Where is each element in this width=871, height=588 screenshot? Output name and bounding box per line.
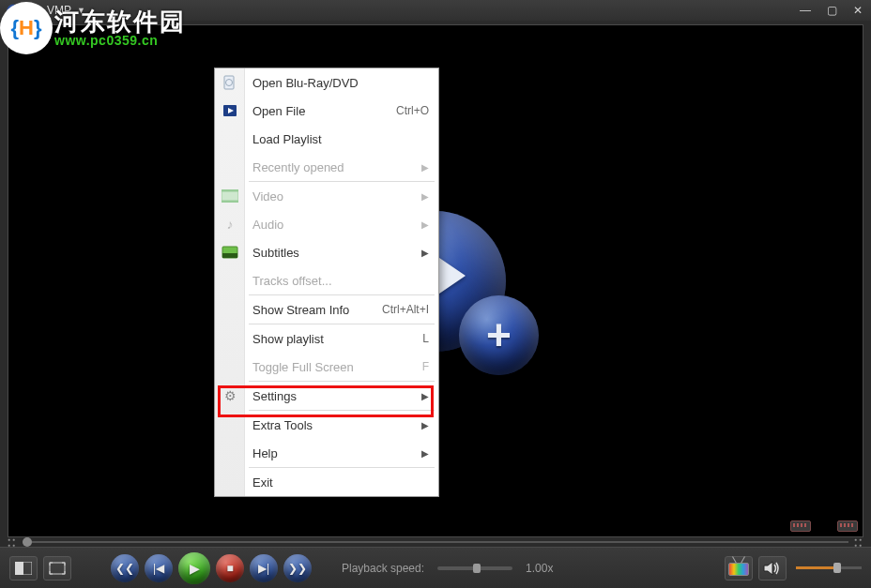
menu-tracks-offset: Tracks offset...	[215, 266, 438, 294]
menu-label: Audio	[252, 218, 283, 232]
controls-bar: ❮❮ |◀ ▶ ■ ▶| ❯❯ Playback speed: 1.00x	[0, 547, 871, 588]
seek-bar[interactable]: ●●●● ●●●●	[8, 537, 863, 547]
media-library-button[interactable]	[725, 556, 753, 580]
video-icon	[221, 187, 239, 205]
submenu-arrow-icon: ▶	[421, 162, 429, 173]
submenu-arrow-icon: ▶	[421, 191, 429, 202]
volume-button[interactable]	[758, 556, 787, 580]
stop-button[interactable]: ■	[216, 554, 244, 582]
fast-forward-button[interactable]: ❯❯	[283, 554, 312, 582]
svg-rect-10	[222, 201, 238, 203]
menu-label: Open File	[252, 104, 305, 118]
menu-label: Subtitles	[252, 246, 299, 260]
menu-label: Show playlist	[252, 332, 324, 346]
volume-knob[interactable]	[833, 563, 841, 573]
submenu-arrow-icon: ▶	[421, 391, 429, 401]
svg-rect-9	[222, 189, 238, 191]
menu-open-disc[interactable]: Open Blu-Ray/DVD	[215, 68, 438, 97]
menu-open-file[interactable]: Open File Ctrl+O	[215, 97, 438, 125]
submenu-arrow-icon: ▶	[421, 248, 429, 258]
play-button[interactable]: ▶	[178, 552, 210, 584]
seek-handle[interactable]	[23, 537, 32, 547]
minimize-button[interactable]: —	[792, 0, 818, 21]
next-button[interactable]: ▶|	[250, 554, 278, 582]
audio-icon: ♪	[221, 215, 239, 234]
menu-extra-tools[interactable]: Extra Tools ▶	[215, 411, 438, 439]
menu-recently-opened: Recently opened ▶	[215, 153, 438, 181]
playback-speed-value: 1.00x	[526, 562, 553, 575]
disc-icon	[221, 73, 239, 92]
menu-label: Tracks offset...	[252, 274, 332, 288]
menu-help[interactable]: Help ▶	[215, 439, 438, 467]
file-play-icon	[221, 101, 239, 120]
svg-rect-8	[222, 191, 238, 201]
menu-label: Load Playlist	[252, 132, 322, 146]
submenu-arrow-icon: ▶	[421, 420, 429, 430]
menu-shortcut: Ctrl+Alt+I	[382, 303, 429, 316]
close-button[interactable]: ✕	[845, 0, 871, 21]
keyboard-icon	[790, 520, 811, 532]
playback-speed-slider[interactable]	[437, 566, 512, 570]
menu-video: Video ▶	[215, 182, 438, 210]
menu-label: Settings	[252, 389, 297, 403]
menu-shortcut: L	[422, 332, 429, 345]
menu-label: Open Blu-Ray/DVD	[252, 76, 359, 90]
watermark-badge: {H}	[0, 2, 53, 54]
menu-label: Show Stream Info	[252, 303, 349, 317]
menu-load-playlist[interactable]: Load Playlist	[215, 125, 438, 153]
submenu-arrow-icon: ▶	[421, 448, 429, 459]
menu-label: Help	[252, 446, 278, 460]
fullscreen-button[interactable]	[43, 556, 71, 580]
rewind-button[interactable]: ❮❮	[111, 554, 139, 582]
menu-label: Video	[252, 189, 283, 204]
menu-audio: ♪ Audio ▶	[215, 210, 438, 238]
menu-show-playlist[interactable]: Show playlist L	[215, 324, 438, 353]
keyboard-icon	[837, 520, 858, 532]
watermark-text-url: www.pc0359.cn	[54, 34, 186, 47]
watermark-logo: {H} 河东软件园 www.pc0359.cn	[0, 2, 186, 54]
layout-button[interactable]	[9, 556, 38, 580]
svg-rect-15	[50, 563, 65, 574]
svg-rect-14	[15, 562, 23, 575]
keyboard-indicators	[790, 520, 858, 532]
menu-settings[interactable]: ⚙ Settings ▶	[215, 382, 438, 410]
volume-slider[interactable]	[796, 566, 862, 569]
menu-label: Extra Tools	[252, 418, 313, 432]
svg-marker-16	[764, 562, 772, 575]
prev-button[interactable]: |◀	[145, 554, 173, 582]
menu-shortcut: Ctrl+O	[396, 104, 429, 117]
watermark-text-cn: 河东软件园	[54, 9, 186, 34]
tv-icon	[728, 560, 749, 577]
add-icon: +	[459, 295, 539, 375]
menu-show-stream-info[interactable]: Show Stream Info Ctrl+Alt+I	[215, 295, 438, 324]
maximize-button[interactable]: ▢	[818, 0, 845, 21]
menu-toggle-fullscreen: Toggle Full Screen F	[215, 353, 438, 381]
menu-shortcut: F	[422, 360, 429, 373]
subtitles-icon	[221, 243, 239, 262]
menu-label: Exit	[252, 475, 273, 490]
volume-fill	[796, 566, 835, 569]
playback-speed-label: Playback speed:	[342, 562, 424, 575]
menu-label: Recently opened	[252, 160, 344, 174]
gear-icon: ⚙	[221, 386, 239, 405]
seek-track[interactable]	[23, 541, 848, 543]
svg-rect-12	[222, 253, 237, 258]
menu-exit[interactable]: Exit	[215, 468, 438, 496]
slider-knob[interactable]	[473, 564, 481, 573]
menu-subtitles[interactable]: Subtitles ▶	[215, 238, 438, 266]
context-menu: Open Blu-Ray/DVD Open File Ctrl+O Load P…	[214, 68, 439, 497]
submenu-arrow-icon: ▶	[421, 219, 429, 230]
menu-label: Toggle Full Screen	[252, 360, 354, 374]
